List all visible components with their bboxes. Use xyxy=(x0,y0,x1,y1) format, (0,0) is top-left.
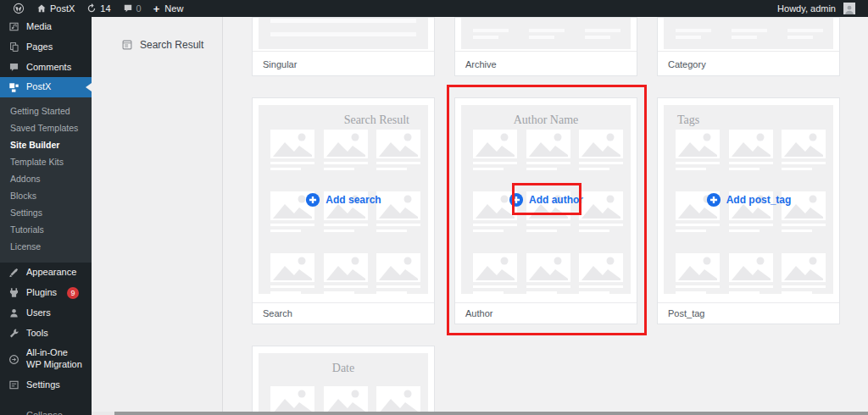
new-content-button[interactable]: + New xyxy=(147,0,190,17)
panel-item-search-result[interactable]: Search Result xyxy=(121,39,222,51)
post-placeholder-tile xyxy=(579,130,623,170)
site-name-link[interactable]: PostX xyxy=(31,0,81,17)
placeholder-text-line xyxy=(376,224,420,226)
placeholder-text-line xyxy=(324,285,368,288)
sidebar-item-users[interactable]: Users xyxy=(0,303,92,324)
placeholder-line xyxy=(270,32,416,36)
placeholder-text-line xyxy=(729,162,773,164)
placeholder-text-line xyxy=(579,224,623,226)
avatar xyxy=(843,3,855,14)
wordpress-menu[interactable] xyxy=(7,0,31,17)
horizontal-scrollbar-thumb[interactable] xyxy=(114,412,868,415)
template-card-author[interactable]: Author Name Add author Author xyxy=(454,97,637,324)
placeholder-text-line xyxy=(579,168,609,170)
post-placeholder-tile xyxy=(526,253,570,294)
collapse-menu-button[interactable]: Collapse menu xyxy=(0,406,92,415)
placeholder-text-line xyxy=(526,224,570,226)
template-card-category[interactable]: Category xyxy=(657,17,840,76)
post-placeholder-tile xyxy=(676,130,720,170)
sidebar-label: Appearance xyxy=(26,267,76,279)
preview-title: Search Result xyxy=(259,105,428,127)
placeholder-column xyxy=(787,29,823,39)
placeholder-text-line xyxy=(270,168,301,170)
post-placeholder-tile xyxy=(473,130,517,170)
post-placeholder-tile xyxy=(376,130,420,170)
sidebar-item-tools[interactable]: Tools xyxy=(0,324,92,344)
preview-title: Author Name xyxy=(461,105,631,127)
settings-icon xyxy=(8,379,19,390)
sidebar-label: Pages xyxy=(26,42,53,53)
howdy-text: Howdy, admin xyxy=(777,3,836,14)
migration-icon xyxy=(8,354,19,365)
image-placeholder-icon xyxy=(473,130,517,158)
submenu-item-saved-templates[interactable]: Saved Templates xyxy=(0,119,92,136)
placeholder-columns xyxy=(676,29,823,39)
sidebar-item-settings[interactable]: Settings xyxy=(0,375,92,396)
post-placeholder-tile xyxy=(324,130,368,170)
post-placeholder-tile xyxy=(782,253,826,294)
submenu-item-license[interactable]: License xyxy=(0,238,92,255)
placeholder-text-line xyxy=(782,168,812,170)
template-card-date[interactable]: Date xyxy=(252,346,435,415)
submenu-item-site-builder[interactable]: Site Builder xyxy=(0,136,92,153)
image-placeholder-icon xyxy=(324,130,368,158)
admin-bar: PostX 14 0 + New Howdy, admin xyxy=(0,0,868,17)
placeholder-text-line xyxy=(579,162,623,164)
submenu-item-template-kits[interactable]: Template Kits xyxy=(0,153,92,170)
tools-icon xyxy=(8,328,19,339)
placeholder-text-line xyxy=(473,291,504,294)
image-placeholder-icon xyxy=(376,253,420,282)
users-icon xyxy=(8,307,19,318)
card-footer-label: Archive xyxy=(455,51,637,76)
sidebar-item-plugins[interactable]: Plugins 9 xyxy=(0,283,92,303)
placeholder-text-line xyxy=(473,285,517,288)
placeholder-text-line xyxy=(376,285,420,288)
submenu-item-getting-started[interactable]: Getting Started xyxy=(0,102,92,119)
submenu-item-settings[interactable]: Settings xyxy=(0,204,92,221)
placeholder-text-line xyxy=(782,285,826,288)
placeholder-text-line xyxy=(579,285,623,288)
add-button-label: Add post_tag xyxy=(726,194,792,206)
submenu-item-addons[interactable]: Addons xyxy=(0,170,92,187)
postx-icon xyxy=(8,82,19,93)
add-post-tag-button[interactable]: Add post_tag xyxy=(664,192,833,208)
submenu-item-blocks[interactable]: Blocks xyxy=(0,187,92,204)
comments-icon xyxy=(8,62,19,73)
plus-icon: + xyxy=(153,3,160,14)
sidebar-item-appearance[interactable]: Appearance xyxy=(0,263,92,283)
template-card-archive[interactable]: Archive xyxy=(454,17,637,76)
add-search-button[interactable]: Add search xyxy=(259,192,428,208)
sidebar-label: All-in-One WP Migration xyxy=(26,347,85,371)
placeholder-text-line xyxy=(729,230,760,232)
template-card-search[interactable]: Search Result Add search Search xyxy=(252,97,435,324)
my-account-menu[interactable]: Howdy, admin xyxy=(771,0,861,17)
placeholder-columns xyxy=(473,29,620,39)
horizontal-scrollbar[interactable] xyxy=(92,412,868,415)
post-placeholder-tile xyxy=(376,253,420,294)
placeholder-text-line xyxy=(473,230,504,232)
post-placeholder-tile xyxy=(782,130,826,170)
sidebar-item-media[interactable]: Media xyxy=(0,17,92,37)
sidebar-item-comments[interactable]: Comments xyxy=(0,58,92,78)
appearance-icon xyxy=(8,267,19,278)
template-icon xyxy=(121,39,133,51)
comment-count: 0 xyxy=(136,3,142,14)
sidebar-item-postx[interactable]: PostX xyxy=(0,77,92,97)
sidebar-item-pages[interactable]: Pages xyxy=(0,37,92,58)
template-card-tags[interactable]: Tags Add post_tag Post_tag xyxy=(657,97,840,324)
collapse-wrap: Collapse menu xyxy=(0,406,92,415)
comments-indicator[interactable]: 0 xyxy=(117,0,147,17)
add-author-button[interactable]: Add author xyxy=(461,192,631,208)
sidebar-item-ai1wm-migration[interactable]: All-in-One WP Migration xyxy=(0,343,92,375)
placeholder-text-line xyxy=(376,291,407,294)
template-card-singular[interactable]: Singular xyxy=(252,17,435,76)
placeholder-text-line xyxy=(473,162,517,164)
add-plus-icon xyxy=(509,192,524,208)
submenu-item-tutorials[interactable]: Tutorials xyxy=(0,221,92,238)
placeholder-text-line xyxy=(526,168,557,170)
placeholder-text-line xyxy=(579,230,609,232)
image-placeholder-icon xyxy=(579,253,623,282)
post-grid-placeholder xyxy=(473,130,623,294)
updates-indicator[interactable]: 14 xyxy=(81,0,116,17)
post-placeholder-tile xyxy=(270,386,314,415)
